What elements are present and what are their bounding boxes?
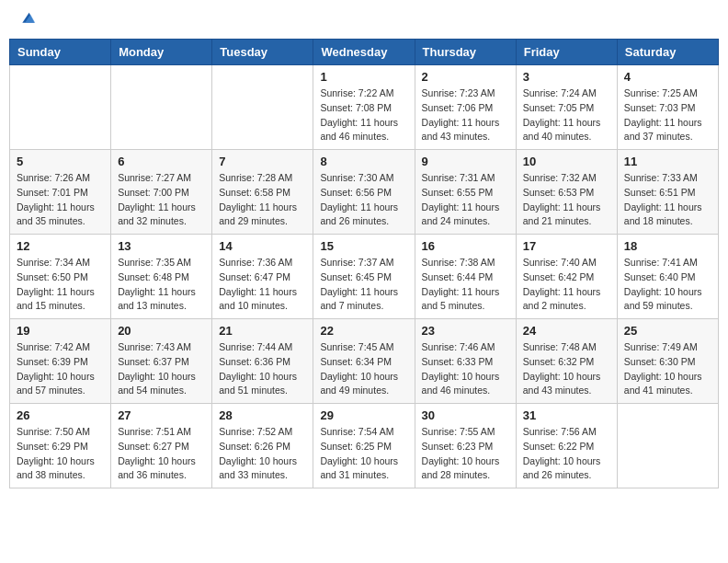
- day-number: 13: [118, 239, 205, 253]
- day-number: 28: [219, 408, 306, 422]
- day-info: Sunrise: 7:48 AMSunset: 6:32 PMDaylight:…: [523, 340, 610, 398]
- day-number: 16: [422, 239, 509, 253]
- calendar-cell: 24Sunrise: 7:48 AMSunset: 6:32 PMDayligh…: [516, 319, 617, 404]
- calendar-cell: 19Sunrise: 7:42 AMSunset: 6:39 PMDayligh…: [10, 319, 111, 404]
- weekday-header-saturday: Saturday: [617, 40, 718, 65]
- day-number: 20: [118, 324, 205, 338]
- weekday-header-row: SundayMondayTuesdayWednesdayThursdayFrid…: [10, 40, 719, 65]
- day-number: 23: [422, 324, 509, 338]
- day-info: Sunrise: 7:26 AMSunset: 7:01 PMDaylight:…: [17, 171, 104, 229]
- day-number: 26: [17, 408, 104, 422]
- calendar-cell: 6Sunrise: 7:27 AMSunset: 7:00 PMDaylight…: [111, 150, 212, 235]
- calendar-cell: 7Sunrise: 7:28 AMSunset: 6:58 PMDaylight…: [212, 150, 313, 235]
- day-number: 5: [17, 155, 104, 168]
- day-info: Sunrise: 7:41 AMSunset: 6:40 PMDaylight:…: [624, 256, 711, 314]
- day-info: Sunrise: 7:22 AMSunset: 7:08 PMDaylight:…: [320, 86, 407, 144]
- calendar-cell: 2Sunrise: 7:23 AMSunset: 7:06 PMDaylight…: [415, 65, 516, 150]
- calendar-cell: [111, 65, 212, 150]
- day-number: 9: [422, 155, 509, 168]
- day-number: 29: [320, 408, 407, 422]
- day-number: 27: [118, 408, 205, 422]
- day-number: 6: [118, 155, 205, 168]
- weekday-header-monday: Monday: [111, 40, 212, 65]
- calendar-week-3: 12Sunrise: 7:34 AMSunset: 6:50 PMDayligh…: [10, 235, 719, 319]
- day-number: 24: [523, 324, 610, 338]
- calendar-cell: 23Sunrise: 7:46 AMSunset: 6:33 PMDayligh…: [415, 319, 516, 404]
- calendar-cell: 26Sunrise: 7:50 AMSunset: 6:29 PMDayligh…: [10, 404, 111, 488]
- day-info: Sunrise: 7:44 AMSunset: 6:36 PMDaylight:…: [219, 340, 306, 398]
- calendar-cell: 27Sunrise: 7:51 AMSunset: 6:27 PMDayligh…: [111, 404, 212, 488]
- calendar-cell: [617, 404, 718, 488]
- day-number: 22: [320, 324, 407, 338]
- calendar-cell: 12Sunrise: 7:34 AMSunset: 6:50 PMDayligh…: [10, 235, 111, 319]
- day-number: 3: [523, 70, 610, 84]
- day-number: 2: [422, 70, 509, 84]
- calendar-cell: 20Sunrise: 7:43 AMSunset: 6:37 PMDayligh…: [111, 319, 212, 404]
- calendar-cell: 9Sunrise: 7:31 AMSunset: 6:55 PMDaylight…: [415, 150, 516, 235]
- calendar-week-2: 5Sunrise: 7:26 AMSunset: 7:01 PMDaylight…: [10, 150, 719, 235]
- calendar-cell: 10Sunrise: 7:32 AMSunset: 6:53 PMDayligh…: [516, 150, 617, 235]
- calendar-cell: 17Sunrise: 7:40 AMSunset: 6:42 PMDayligh…: [516, 235, 617, 319]
- calendar-cell: 5Sunrise: 7:26 AMSunset: 7:01 PMDaylight…: [10, 150, 111, 235]
- day-info: Sunrise: 7:36 AMSunset: 6:47 PMDaylight:…: [219, 256, 306, 314]
- day-info: Sunrise: 7:55 AMSunset: 6:23 PMDaylight:…: [422, 425, 509, 483]
- calendar-table: SundayMondayTuesdayWednesdayThursdayFrid…: [9, 39, 719, 488]
- calendar-cell: 13Sunrise: 7:35 AMSunset: 6:48 PMDayligh…: [111, 235, 212, 319]
- calendar-cell: 29Sunrise: 7:54 AMSunset: 6:25 PMDayligh…: [313, 404, 415, 488]
- day-number: 1: [320, 70, 407, 84]
- calendar-cell: 18Sunrise: 7:41 AMSunset: 6:40 PMDayligh…: [617, 235, 718, 319]
- day-info: Sunrise: 7:46 AMSunset: 6:33 PMDaylight:…: [422, 340, 509, 398]
- calendar-cell: 3Sunrise: 7:24 AMSunset: 7:05 PMDaylight…: [516, 65, 617, 150]
- weekday-header-thursday: Thursday: [415, 40, 516, 65]
- calendar-cell: [10, 65, 111, 150]
- day-info: Sunrise: 7:37 AMSunset: 6:45 PMDaylight:…: [320, 256, 407, 314]
- calendar-cell: 15Sunrise: 7:37 AMSunset: 6:45 PMDayligh…: [313, 235, 415, 319]
- calendar-cell: 31Sunrise: 7:56 AMSunset: 6:22 PMDayligh…: [516, 404, 617, 488]
- day-number: 31: [523, 408, 610, 422]
- calendar-cell: 1Sunrise: 7:22 AMSunset: 7:08 PMDaylight…: [313, 65, 415, 150]
- weekday-header-sunday: Sunday: [10, 40, 111, 65]
- day-info: Sunrise: 7:33 AMSunset: 6:51 PMDaylight:…: [624, 171, 711, 229]
- day-number: 17: [523, 239, 610, 253]
- day-number: 8: [320, 155, 407, 168]
- day-info: Sunrise: 7:31 AMSunset: 6:55 PMDaylight:…: [422, 171, 509, 229]
- day-info: Sunrise: 7:34 AMSunset: 6:50 PMDaylight:…: [17, 256, 104, 314]
- day-number: 4: [624, 70, 711, 84]
- day-info: Sunrise: 7:56 AMSunset: 6:22 PMDaylight:…: [523, 425, 610, 483]
- calendar-cell: [212, 65, 313, 150]
- calendar-cell: 21Sunrise: 7:44 AMSunset: 6:36 PMDayligh…: [212, 319, 313, 404]
- day-info: Sunrise: 7:42 AMSunset: 6:39 PMDaylight:…: [17, 340, 104, 398]
- day-number: 12: [17, 239, 104, 253]
- day-info: Sunrise: 7:32 AMSunset: 6:53 PMDaylight:…: [523, 171, 610, 229]
- day-info: Sunrise: 7:43 AMSunset: 6:37 PMDaylight:…: [118, 340, 205, 398]
- day-info: Sunrise: 7:28 AMSunset: 6:58 PMDaylight:…: [219, 171, 306, 229]
- calendar-cell: 30Sunrise: 7:55 AMSunset: 6:23 PMDayligh…: [415, 404, 516, 488]
- calendar-week-4: 19Sunrise: 7:42 AMSunset: 6:39 PMDayligh…: [10, 319, 719, 404]
- page-header: [9, 9, 719, 29]
- day-number: 19: [17, 324, 104, 338]
- weekday-header-tuesday: Tuesday: [212, 40, 313, 65]
- day-info: Sunrise: 7:35 AMSunset: 6:48 PMDaylight:…: [118, 256, 205, 314]
- day-info: Sunrise: 7:52 AMSunset: 6:26 PMDaylight:…: [219, 425, 306, 483]
- day-info: Sunrise: 7:45 AMSunset: 6:34 PMDaylight:…: [320, 340, 407, 398]
- logo-icon: [16, 9, 36, 29]
- weekday-header-wednesday: Wednesday: [313, 40, 415, 65]
- calendar-cell: 8Sunrise: 7:30 AMSunset: 6:56 PMDaylight…: [313, 150, 415, 235]
- calendar-cell: 14Sunrise: 7:36 AMSunset: 6:47 PMDayligh…: [212, 235, 313, 319]
- day-number: 11: [624, 155, 711, 168]
- day-info: Sunrise: 7:50 AMSunset: 6:29 PMDaylight:…: [17, 425, 104, 483]
- day-info: Sunrise: 7:27 AMSunset: 7:00 PMDaylight:…: [118, 171, 205, 229]
- calendar-cell: 16Sunrise: 7:38 AMSunset: 6:44 PMDayligh…: [415, 235, 516, 319]
- weekday-header-friday: Friday: [516, 40, 617, 65]
- day-info: Sunrise: 7:23 AMSunset: 7:06 PMDaylight:…: [422, 86, 509, 144]
- calendar-week-1: 1Sunrise: 7:22 AMSunset: 7:08 PMDaylight…: [10, 65, 719, 150]
- calendar-cell: 4Sunrise: 7:25 AMSunset: 7:03 PMDaylight…: [617, 65, 718, 150]
- day-info: Sunrise: 7:51 AMSunset: 6:27 PMDaylight:…: [118, 425, 205, 483]
- calendar-cell: 25Sunrise: 7:49 AMSunset: 6:30 PMDayligh…: [617, 319, 718, 404]
- day-info: Sunrise: 7:49 AMSunset: 6:30 PMDaylight:…: [624, 340, 711, 398]
- logo: [14, 9, 36, 29]
- day-info: Sunrise: 7:24 AMSunset: 7:05 PMDaylight:…: [523, 86, 610, 144]
- day-number: 15: [320, 239, 407, 253]
- day-number: 18: [624, 239, 711, 253]
- day-info: Sunrise: 7:25 AMSunset: 7:03 PMDaylight:…: [624, 86, 711, 144]
